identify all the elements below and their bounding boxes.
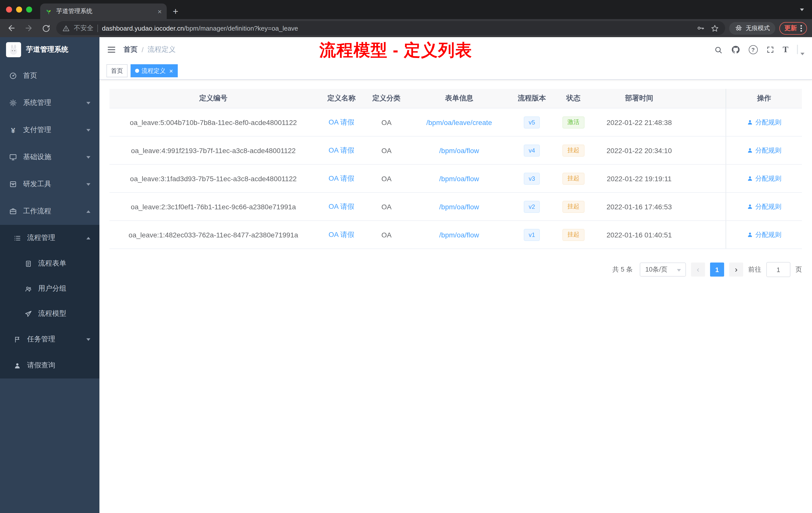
assign-rule-button[interactable]: 分配规则 [747, 230, 781, 239]
password-key-icon[interactable] [696, 24, 704, 32]
chrome-update-button[interactable]: 更新 [779, 22, 807, 34]
active-tag-dot [135, 69, 139, 73]
current-page-button[interactable]: 1 [710, 263, 724, 277]
page-size-select[interactable]: 10条/页 [640, 263, 686, 277]
assign-rule-button[interactable]: 分配规则 [747, 146, 781, 155]
next-page-button[interactable]: › [729, 263, 743, 277]
briefcase-icon [9, 207, 17, 215]
person-icon [13, 361, 21, 369]
user-avatar[interactable] [797, 45, 798, 54]
definition-name-link[interactable]: OA 请假 [329, 230, 354, 239]
sidebar: 芋道管理系统 首页 系统管理 ¥ 支付管理 [0, 37, 99, 513]
person-icon [747, 232, 753, 238]
forward-button[interactable] [22, 22, 35, 35]
cell-actions: 分配规则 [726, 137, 802, 164]
definition-name-link[interactable]: OA 请假 [329, 174, 354, 183]
sidebar-item-process-management[interactable]: 流程管理 [0, 225, 99, 251]
browser-menu-kebab-icon[interactable] [801, 25, 802, 31]
chevron-down-icon [86, 102, 90, 104]
column-header-definition-name: 定义名称 [317, 89, 366, 108]
form-link[interactable]: /bpm/oa/flow [439, 203, 479, 211]
sidebar-item-process-form[interactable]: 流程表单 [0, 251, 99, 276]
sidebar-item-leave-query[interactable]: 请假查询 [0, 352, 99, 379]
url-text[interactable]: dashboard.yudao.iocoder.cn/bpm/manager/d… [102, 24, 693, 32]
hamburger-icon[interactable] [107, 45, 116, 55]
sidebar-item-process-model[interactable]: 流程模型 [0, 301, 99, 326]
goto-page-input[interactable] [766, 262, 790, 277]
new-tab-button[interactable]: + [173, 6, 178, 16]
cell-form-info: /bpm/oa/flow [407, 193, 511, 220]
sidebar-item-devtools[interactable]: 研发工具 [0, 171, 99, 198]
definition-name-link[interactable]: OA 请假 [329, 202, 354, 211]
person-icon [747, 119, 753, 125]
page-size-value: 10条/页 [645, 265, 667, 274]
table-row: oa_leave:4:991f2193-7b7f-11ec-a3c8-acde4… [110, 137, 802, 164]
form-link[interactable]: /bpm/oa/flow [439, 175, 479, 182]
list-icon [13, 234, 21, 242]
cell-actions: 分配规则 [726, 221, 802, 248]
goto-label: 前往 [748, 265, 761, 274]
status-badge: 激活 [562, 116, 584, 128]
status-badge: 挂起 [562, 173, 584, 184]
column-header-form-info: 表单信息 [407, 89, 511, 108]
sidebar-item-payment[interactable]: ¥ 支付管理 [0, 117, 99, 144]
pagination-total: 共 5 条 [612, 265, 633, 274]
close-window-button[interactable] [6, 6, 12, 12]
security-label[interactable]: 不安全 [74, 24, 93, 33]
back-button[interactable] [5, 22, 18, 35]
assign-rule-button[interactable]: 分配规则 [747, 202, 781, 211]
help-icon[interactable]: ? [749, 45, 757, 54]
sidebar-item-label: 工作流程 [23, 207, 80, 216]
assign-rule-button[interactable]: 分配规则 [747, 174, 781, 183]
search-icon[interactable] [714, 46, 722, 54]
status-badge: 挂起 [562, 144, 584, 156]
github-icon[interactable] [731, 45, 740, 54]
definition-name-link[interactable]: OA 请假 [329, 146, 354, 155]
sidebar-item-label: 支付管理 [23, 125, 80, 134]
sidebar-item-user-group[interactable]: 用户分组 [0, 276, 99, 301]
tab-close-icon[interactable]: × [158, 8, 162, 15]
address-bar[interactable]: 不安全 dashboard.yudao.iocoder.cn/bpm/manag… [56, 21, 725, 35]
tag-home[interactable]: 首页 [107, 64, 127, 77]
tab-search-caret-icon[interactable] [800, 4, 804, 13]
sidebar-item-infrastructure[interactable]: 基础设施 [0, 144, 99, 171]
yen-icon: ¥ [9, 126, 17, 134]
sidebar-item-system[interactable]: 系统管理 [0, 89, 99, 117]
tag-close-icon[interactable]: × [169, 67, 173, 74]
form-link[interactable]: /bpm/oa/flow [439, 231, 479, 239]
tag-label: 流程定义 [142, 66, 166, 75]
sidebar-item-workflow[interactable]: 工作流程 [0, 198, 99, 225]
reload-button[interactable] [39, 22, 52, 35]
cell-deploy-time: 2022-01-22 20:34:10 [594, 137, 685, 164]
person-icon [747, 175, 753, 182]
prev-page-button[interactable]: ‹ [691, 263, 705, 277]
sidebar-logo[interactable]: 芋道管理系统 [0, 37, 99, 62]
sidebar-item-home[interactable]: 首页 [0, 62, 99, 89]
browser-toolbar: 不安全 dashboard.yudao.iocoder.cn/bpm/manag… [0, 19, 812, 37]
breadcrumb-home[interactable]: 首页 [123, 45, 138, 54]
minimize-window-button[interactable] [16, 6, 22, 12]
dashboard-icon [9, 72, 17, 80]
definition-name-link[interactable]: OA 请假 [329, 118, 354, 127]
tag-process-definition[interactable]: 流程定义 × [130, 64, 177, 77]
monitor-icon [9, 153, 17, 161]
assign-rule-button[interactable]: 分配规则 [747, 118, 781, 127]
form-link[interactable]: /bpm/oa/flow [439, 146, 479, 154]
cell-form-info: /bpm/oa/leave/create [407, 109, 511, 136]
fullscreen-window-button[interactable] [26, 6, 32, 12]
address-divider [97, 24, 98, 32]
gear-icon [9, 99, 17, 107]
action-label: 分配规则 [755, 118, 781, 127]
fullscreen-icon[interactable] [766, 46, 774, 54]
cell-category: OA [366, 137, 407, 164]
form-link[interactable]: /bpm/oa/leave/create [426, 118, 492, 126]
cell-status: 挂起 [553, 137, 594, 164]
bookmark-star-icon[interactable] [710, 24, 719, 32]
browser-tab[interactable]: 芋道管理系统 × [40, 3, 167, 19]
sidebar-item-label: 流程表单 [38, 259, 90, 268]
column-header-spacer [684, 89, 726, 108]
font-size-icon[interactable]: T [783, 45, 788, 55]
cell-definition-id: oa_leave:2:3c1f0ef1-76b1-11ec-9c66-a2380… [110, 193, 317, 220]
cell-definition-name: OA 请假 [317, 164, 366, 192]
sidebar-item-task-management[interactable]: 任务管理 [0, 326, 99, 352]
